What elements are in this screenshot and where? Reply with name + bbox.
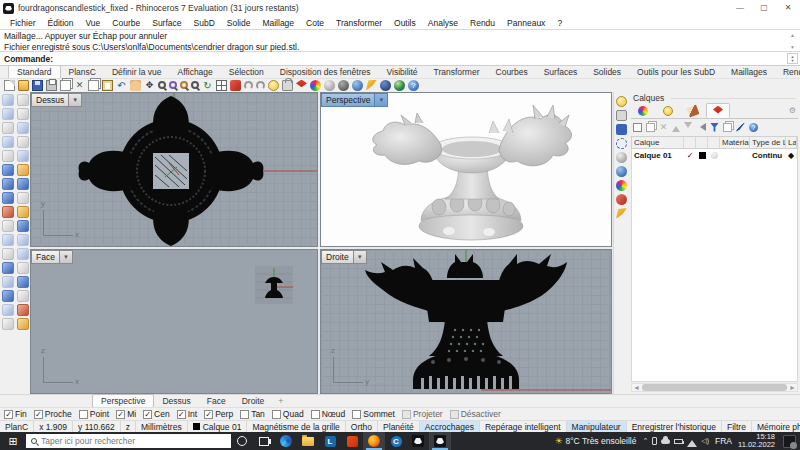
menu-panneaux[interactable]: Panneaux bbox=[501, 18, 551, 28]
file-explorer-button[interactable] bbox=[297, 432, 319, 450]
layer-color-swatch[interactable] bbox=[696, 152, 708, 159]
filter-layers-icon[interactable] bbox=[710, 123, 719, 132]
menu-edition[interactable]: Édition bbox=[42, 18, 80, 28]
close-button[interactable]: ✕ bbox=[776, 0, 800, 16]
move-icon[interactable]: ✥ bbox=[144, 80, 155, 91]
menu-subd[interactable]: SubD bbox=[188, 18, 221, 28]
scale-tool-icon[interactable] bbox=[2, 262, 14, 274]
network-icon[interactable] bbox=[687, 435, 697, 447]
mirror-tool-icon[interactable] bbox=[2, 276, 14, 288]
vtab-droite[interactable]: Droite bbox=[234, 395, 273, 407]
menu-rendu[interactable]: Rendu bbox=[464, 18, 501, 28]
scroll-up-icon[interactable]: ▲ bbox=[790, 30, 795, 41]
tab-lights[interactable] bbox=[656, 103, 680, 118]
circle-icon[interactable] bbox=[256, 81, 265, 90]
start-button[interactable]: ⊞ bbox=[0, 432, 26, 450]
boolean-tool-icon[interactable] bbox=[2, 206, 14, 218]
new-file-icon[interactable] bbox=[4, 80, 15, 91]
rhino-taskbar-button-active[interactable] bbox=[429, 432, 451, 450]
sphere-tool-icon[interactable] bbox=[17, 178, 29, 190]
show-icon[interactable] bbox=[616, 96, 627, 107]
zoom-icon[interactable] bbox=[158, 81, 166, 89]
status-cplane[interactable]: PlanC bbox=[0, 421, 34, 432]
col-linetype[interactable]: Type de L... bbox=[750, 137, 786, 148]
scroll-down-icon[interactable]: ▼ bbox=[790, 42, 795, 53]
checkbox[interactable] bbox=[79, 410, 88, 419]
status-units[interactable]: Millimètres bbox=[136, 421, 188, 432]
command-spinner[interactable]: ▲ ▼ bbox=[787, 53, 798, 64]
checkbox[interactable]: ✓ bbox=[177, 410, 186, 419]
nurbs-tool-icon[interactable] bbox=[17, 290, 29, 302]
annotate-icon[interactable] bbox=[366, 80, 377, 91]
viewport-label-droite[interactable]: Droite ▼ bbox=[321, 250, 367, 264]
object-color-icon[interactable] bbox=[310, 80, 321, 91]
menu-surface[interactable]: Surface bbox=[146, 18, 187, 28]
tab-transformer[interactable]: Transformer bbox=[426, 66, 488, 78]
material-red-icon[interactable] bbox=[616, 194, 627, 205]
tab-materials[interactable] bbox=[681, 103, 705, 118]
tab-plansc[interactable]: PlansC bbox=[61, 66, 104, 78]
status-filter[interactable]: Filtre bbox=[722, 421, 752, 432]
weather-widget[interactable]: ☀ 8°C Très ensoleillé bbox=[554, 436, 636, 446]
volume-icon[interactable]: ◁) bbox=[701, 437, 709, 445]
tab-visibilite[interactable]: Visibilité bbox=[379, 66, 426, 78]
highlight-icon[interactable] bbox=[616, 208, 627, 219]
viewport-dessus[interactable]: Dessus ▼ y x bbox=[30, 92, 318, 247]
battery-icon[interactable] bbox=[674, 439, 683, 444]
trim-tool-icon[interactable] bbox=[2, 220, 14, 232]
status-osnap[interactable]: Accrochages bbox=[420, 421, 480, 432]
save-icon[interactable] bbox=[32, 80, 43, 91]
zoom-selected-icon[interactable] bbox=[180, 81, 188, 89]
taskbar-search[interactable] bbox=[26, 434, 231, 448]
checkbox[interactable]: ✓ bbox=[4, 410, 13, 419]
checkbox[interactable] bbox=[450, 410, 459, 419]
office-button[interactable] bbox=[341, 432, 363, 450]
checkbox[interactable]: ✓ bbox=[204, 410, 213, 419]
shaded-view-icon[interactable] bbox=[616, 152, 627, 163]
checkbox[interactable]: ✓ bbox=[116, 410, 125, 419]
viewport-layout-icon[interactable] bbox=[216, 80, 227, 91]
tool-icon[interactable] bbox=[17, 108, 29, 120]
lock-icon[interactable] bbox=[616, 110, 627, 121]
join-tool-icon[interactable] bbox=[17, 220, 29, 232]
osnap-desactiver[interactable]: Désactiver bbox=[450, 409, 501, 419]
circle-tool-icon[interactable] bbox=[2, 122, 14, 134]
viewport-face[interactable]: Face ▼ z x bbox=[30, 249, 318, 394]
osnap-quad[interactable]: Quad bbox=[272, 409, 304, 419]
current-layer-check[interactable]: ✓ bbox=[684, 151, 696, 160]
tab-maillages[interactable]: Maillages bbox=[723, 66, 775, 78]
command-history-scrollbar[interactable]: ▲ ▼ bbox=[786, 30, 799, 52]
osnap-proche[interactable]: ✓Proche bbox=[34, 409, 72, 419]
rotate-view-icon[interactable]: ↻ bbox=[202, 80, 213, 91]
status-layer[interactable]: Calque 01 bbox=[188, 421, 248, 432]
copy-icon[interactable] bbox=[60, 80, 71, 91]
polygon-tool-icon[interactable] bbox=[2, 136, 14, 148]
panel-horizontal-scrollbar[interactable]: ◄ ► bbox=[631, 383, 798, 392]
viewport-droite[interactable]: Droite ▼ z y bbox=[320, 249, 612, 394]
cone-tool-icon[interactable] bbox=[17, 192, 29, 204]
minimize-button[interactable]: — bbox=[728, 0, 752, 16]
sweep-tool-icon[interactable] bbox=[17, 164, 29, 176]
osnap-perp[interactable]: ✓Perp bbox=[204, 409, 233, 419]
notification-center-button[interactable] bbox=[783, 435, 796, 448]
scrollbar-thumb[interactable] bbox=[642, 384, 787, 391]
curve-tool-icon[interactable] bbox=[17, 150, 29, 162]
viewport-label-dessus[interactable]: Dessus ▼ bbox=[31, 93, 82, 107]
viewport-label-perspective[interactable]: Perspective ▼ bbox=[321, 93, 388, 107]
task-view-button[interactable] bbox=[253, 432, 275, 450]
command-input[interactable]: Commande: ▲ ▼ bbox=[0, 52, 800, 66]
edge-button[interactable] bbox=[275, 432, 297, 450]
add-viewport-button[interactable]: + bbox=[272, 396, 289, 406]
status-ortho[interactable]: Ortho bbox=[346, 421, 378, 432]
tab-outils-subd[interactable]: Outils pour les SubD bbox=[629, 66, 723, 78]
tab-surfaces[interactable]: Surfaces bbox=[536, 66, 586, 78]
pan-icon[interactable] bbox=[130, 80, 141, 91]
fillet-tool-icon[interactable] bbox=[17, 206, 29, 218]
search-input[interactable] bbox=[41, 436, 191, 446]
display-mode-icon[interactable] bbox=[352, 80, 363, 91]
tab-courbes[interactable]: Courbes bbox=[488, 66, 536, 78]
osnap-int[interactable]: ✓Int bbox=[177, 409, 197, 419]
zoom-extents-icon[interactable] bbox=[191, 81, 199, 89]
array-tool-icon[interactable] bbox=[17, 262, 29, 274]
viewport-dropdown-icon[interactable]: ▼ bbox=[69, 93, 82, 107]
